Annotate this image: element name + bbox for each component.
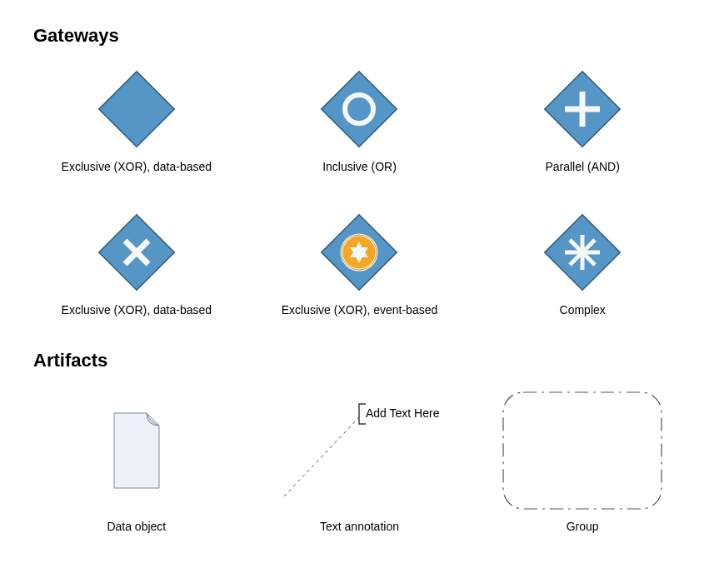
artifact-text-annotation: Add Text Here Text annotation <box>257 388 463 533</box>
gateway-complex: Complex <box>479 207 686 316</box>
diamond-event-icon <box>314 207 404 298</box>
diamond-x-icon <box>92 207 182 298</box>
svg-rect-18 <box>503 392 662 509</box>
gateway-label: Inclusive (OR) <box>322 160 397 173</box>
gateway-label: Exclusive (XOR), data-based <box>62 303 212 316</box>
annotation-placeholder: Add Text Here <box>366 406 440 420</box>
diamond-circle-icon <box>314 63 404 155</box>
diamond-plus-icon <box>537 63 627 155</box>
svg-line-17 <box>284 417 359 496</box>
artifact-label: Data object <box>107 520 166 533</box>
gateway-exclusive-xor-data-marked: Exclusive (XOR), data-based <box>33 207 240 316</box>
gateways-grid: Exclusive (XOR), data-based Inclusive (O… <box>33 63 686 316</box>
diamond-asterisk-icon <box>537 207 627 298</box>
gateway-label: Exclusive (XOR), event-based <box>282 303 438 316</box>
gateway-exclusive-xor-data: Exclusive (XOR), data-based <box>33 63 240 173</box>
svg-rect-0 <box>99 72 175 147</box>
artifact-label: Group <box>567 520 599 533</box>
gateways-heading: Gateways <box>33 25 686 47</box>
gateway-parallel-and: Parallel (AND) <box>479 63 686 173</box>
gateway-label: Parallel (AND) <box>545 160 619 173</box>
group-icon <box>479 388 686 513</box>
gateway-label: Complex <box>560 303 606 316</box>
artifacts-heading: Artifacts <box>33 350 686 371</box>
artifact-label: Text annotation <box>320 520 399 533</box>
annotation-icon: Add Text Here <box>257 388 463 513</box>
diamond-plain-icon <box>92 63 182 155</box>
page-icon <box>33 388 240 513</box>
gateway-inclusive-or: Inclusive (OR) <box>257 63 463 173</box>
gateway-label: Exclusive (XOR), data-based <box>62 160 212 173</box>
artifact-group: Group <box>479 388 686 533</box>
svg-rect-1 <box>322 72 397 147</box>
gateway-exclusive-xor-event: Exclusive (XOR), event-based <box>257 207 463 316</box>
artifact-data-object: Data object <box>33 388 240 533</box>
artifacts-grid: Data object Add Text Here Text annotatio… <box>33 388 686 533</box>
